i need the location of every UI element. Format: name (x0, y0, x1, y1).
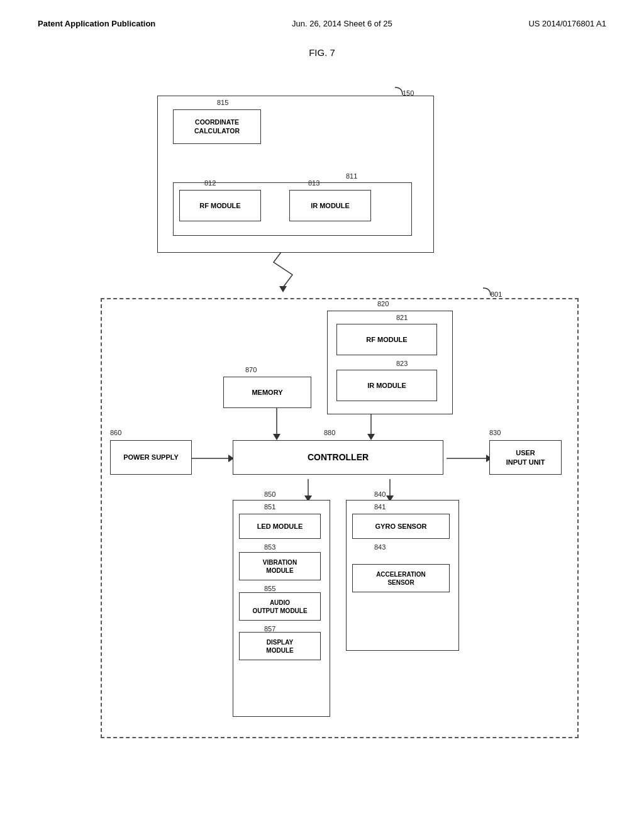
label-840: 840 (374, 490, 386, 498)
box-memory: MEMORY (223, 377, 311, 408)
label-860: 860 (110, 429, 121, 436)
box-rf-module-inner: RF MODULE (336, 324, 437, 355)
box-gyro-sensor: GYRO SENSOR (352, 514, 450, 539)
box-ir-module-inner: IR MODULE (336, 370, 437, 401)
label-843: 843 (374, 543, 386, 551)
label-812: 812 (204, 179, 216, 187)
box-acceleration-sensor: ACCELERATION SENSOR (352, 564, 450, 592)
label-853: 853 (264, 543, 275, 551)
box-display-module: DISPLAY MODULE (239, 632, 321, 660)
diagram: 150 815 COORDINATE CALCULATOR 811 812 RF… (38, 77, 606, 756)
label-870: 870 (245, 366, 257, 374)
box-vibration-module: VIBRATION MODULE (239, 552, 321, 580)
box-user-input-unit: USER INPUT UNIT (489, 440, 562, 475)
bracket-801 (478, 286, 497, 299)
label-850: 850 (264, 490, 275, 498)
figure-title: FIG. 7 (38, 47, 606, 58)
header-center: Jun. 26, 2014 Sheet 6 of 25 (292, 19, 392, 28)
label-815: 815 (217, 99, 228, 106)
label-811: 811 (346, 172, 357, 180)
header-left: Patent Application Publication (38, 19, 155, 28)
label-880: 880 (324, 429, 335, 436)
label-823: 823 (396, 360, 408, 367)
box-controller: CONTROLLER (233, 440, 443, 475)
label-841: 841 (374, 503, 386, 511)
label-821: 821 (396, 314, 408, 321)
svg-marker-0 (279, 286, 287, 292)
page: Patent Application Publication Jun. 26, … (0, 0, 644, 830)
page-header: Patent Application Publication Jun. 26, … (38, 19, 606, 28)
box-rf-module-top: RF MODULE (179, 190, 261, 221)
box-ir-module-top: IR MODULE (289, 190, 371, 221)
label-813: 813 (308, 179, 319, 187)
header-right: US 2014/0176801 A1 (528, 19, 606, 28)
box-power-supply: POWER SUPPLY (110, 440, 192, 475)
box-audio-output-module: AUDIO OUTPUT MODULE (239, 592, 321, 621)
box-led-module: LED MODULE (239, 514, 321, 539)
label-830: 830 (489, 429, 501, 436)
label-851: 851 (264, 503, 275, 511)
box-coordinate-calculator: COORDINATE CALCULATOR (173, 109, 261, 144)
label-855: 855 (264, 585, 275, 592)
label-820: 820 (377, 300, 389, 307)
